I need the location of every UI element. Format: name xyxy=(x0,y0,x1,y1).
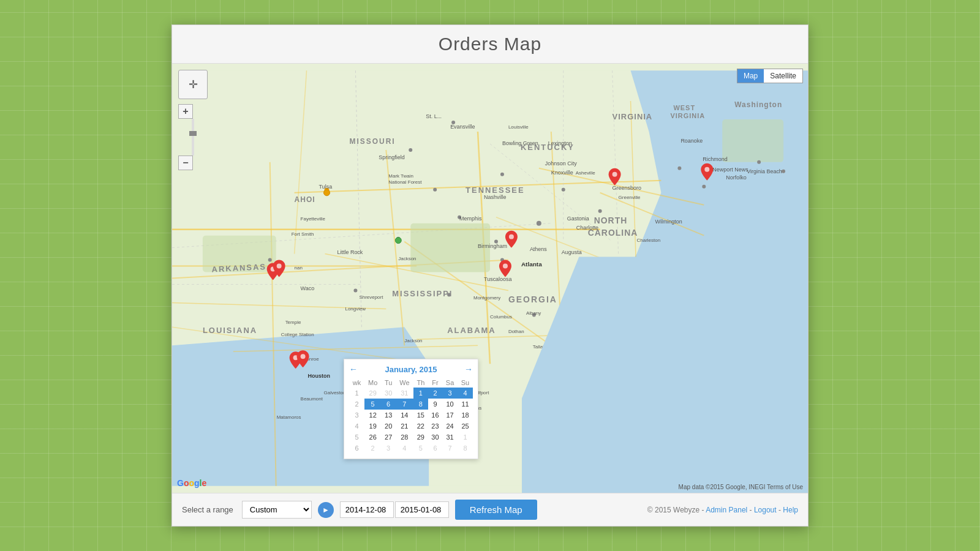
calendar-next-button[interactable]: → xyxy=(464,364,473,374)
svg-text:Tallahassee: Tallahassee xyxy=(533,344,559,350)
cal-day[interactable]: 11 xyxy=(458,399,473,410)
cal-week-num: 6 xyxy=(349,443,364,454)
date-end-input[interactable] xyxy=(395,501,449,518)
pan-control[interactable]: ✛ xyxy=(178,70,208,99)
cal-day[interactable]: 23 xyxy=(428,421,442,432)
date-inputs xyxy=(340,501,449,518)
cal-day[interactable]: 6 xyxy=(428,443,442,454)
calendar-prev-button[interactable]: ← xyxy=(349,364,358,374)
svg-text:Richmond: Richmond xyxy=(703,156,727,162)
svg-text:Augusta: Augusta xyxy=(562,249,582,255)
zoom-handle[interactable] xyxy=(189,131,197,136)
cal-day[interactable]: 26 xyxy=(364,432,382,443)
cal-day[interactable]: 14 xyxy=(396,410,413,421)
svg-text:SOUTH: SOUTH xyxy=(625,271,655,280)
zoom-slider[interactable] xyxy=(192,119,194,156)
svg-text:LOUISIANA: LOUISIANA xyxy=(203,326,257,335)
svg-text:Albany: Albany xyxy=(526,310,541,316)
cal-day[interactable]: 19 xyxy=(364,421,382,432)
zoom-controls: + − xyxy=(178,104,208,170)
svg-text:Charlotte: Charlotte xyxy=(576,225,598,231)
google-logo: Google xyxy=(177,478,206,488)
svg-text:Nashville: Nashville xyxy=(484,194,506,200)
svg-text:Savannah: Savannah xyxy=(582,261,607,268)
cal-day[interactable]: 13 xyxy=(381,410,395,421)
cal-day[interactable]: 31 xyxy=(396,388,413,399)
svg-text:FLORIDA: FLORIDA xyxy=(539,401,589,411)
cal-day[interactable]: 1 xyxy=(413,388,428,399)
cal-day[interactable]: 29 xyxy=(413,432,428,443)
cal-day[interactable]: 15 xyxy=(413,410,428,421)
cal-day[interactable]: 3 xyxy=(381,443,395,454)
cal-week-num: 5 xyxy=(349,432,364,443)
svg-point-46 xyxy=(782,170,785,173)
cal-day[interactable]: 1 xyxy=(458,432,473,443)
range-select[interactable]: CustomTodayYesterdayLast 7 DaysLast 30 D… xyxy=(242,501,312,519)
col-we: We xyxy=(396,378,413,388)
zoom-out-button[interactable]: − xyxy=(178,156,193,170)
cal-day[interactable]: 28 xyxy=(396,432,413,443)
svg-text:Miami: Miami xyxy=(608,433,621,438)
cal-day[interactable]: 2 xyxy=(364,443,382,454)
cal-day[interactable]: 7 xyxy=(442,443,458,454)
admin-panel-link[interactable]: Admin Panel xyxy=(706,506,747,514)
svg-text:VIRGINIA: VIRGINIA xyxy=(670,112,705,119)
cal-day[interactable]: 30 xyxy=(381,388,395,399)
cal-day[interactable]: 17 xyxy=(442,410,458,421)
cal-day[interactable]: 6 xyxy=(381,399,395,410)
svg-text:Houston: Houston xyxy=(308,373,330,379)
cal-day[interactable]: 27 xyxy=(381,432,395,443)
cal-day[interactable]: 9 xyxy=(428,399,442,410)
cal-day[interactable]: 8 xyxy=(458,443,473,454)
cal-day[interactable]: 8 xyxy=(413,399,428,410)
svg-text:Gastonia: Gastonia xyxy=(567,216,589,222)
cal-day[interactable]: 16 xyxy=(428,410,442,421)
col-sa: Sa xyxy=(442,378,458,388)
svg-text:Galveston: Galveston xyxy=(324,390,346,395)
cal-week-num: 4 xyxy=(349,421,364,432)
svg-text:Roanoke: Roanoke xyxy=(680,138,703,144)
cal-day[interactable]: 18 xyxy=(458,410,473,421)
date-start-input[interactable] xyxy=(340,501,394,518)
cal-day[interactable]: 4 xyxy=(458,388,473,399)
cal-day[interactable]: 7 xyxy=(396,399,413,410)
range-arrow-button[interactable]: ► xyxy=(318,502,334,518)
help-link[interactable]: Help xyxy=(783,506,798,514)
zoom-in-button[interactable]: + xyxy=(178,104,193,119)
svg-text:oKissimmee: oKissimmee xyxy=(588,372,615,377)
svg-point-44 xyxy=(702,185,706,189)
cal-day[interactable]: 5 xyxy=(364,399,382,410)
cal-day[interactable]: 2 xyxy=(428,388,442,399)
svg-point-54 xyxy=(630,386,634,390)
cal-day[interactable]: 10 xyxy=(442,399,458,410)
svg-text:Ocala: Ocala xyxy=(556,402,569,408)
svg-text:Fayetteville: Fayetteville xyxy=(301,216,326,222)
cal-day[interactable]: 29 xyxy=(364,388,382,399)
map-container[interactable]: ARKANSAS LOUISIANA MISSISSIPPI ALABAMA G… xyxy=(172,64,808,493)
svg-text:Mark Twain: Mark Twain xyxy=(388,173,413,179)
cal-day[interactable]: 20 xyxy=(381,421,395,432)
cal-day[interactable]: 4 xyxy=(396,443,413,454)
cal-day[interactable]: 21 xyxy=(396,421,413,432)
cal-week-num: 1 xyxy=(349,388,364,399)
cal-day[interactable]: 12 xyxy=(364,410,382,421)
svg-point-41 xyxy=(562,188,565,192)
svg-point-153 xyxy=(612,446,617,451)
map-type-satellite[interactable]: Satellite xyxy=(764,69,802,83)
svg-text:Atlanta: Atlanta xyxy=(521,261,542,268)
cal-day[interactable]: 22 xyxy=(413,421,428,432)
svg-point-149 xyxy=(509,234,514,239)
cal-day[interactable]: 25 xyxy=(458,421,473,432)
svg-point-33 xyxy=(353,288,357,292)
logout-link[interactable]: Logout xyxy=(754,506,777,514)
svg-text:Jackson: Jackson xyxy=(404,338,422,343)
refresh-map-button[interactable]: Refresh Map xyxy=(455,500,537,520)
svg-text:Matamoros: Matamoros xyxy=(277,414,301,420)
cal-day[interactable]: 5 xyxy=(413,443,428,454)
cal-day[interactable]: 3 xyxy=(442,388,458,399)
svg-text:Little Rock: Little Rock xyxy=(337,249,363,255)
map-type-map[interactable]: Map xyxy=(737,69,764,83)
cal-day[interactable]: 30 xyxy=(428,432,442,443)
cal-day[interactable]: 31 xyxy=(442,432,458,443)
cal-day[interactable]: 24 xyxy=(442,421,458,432)
